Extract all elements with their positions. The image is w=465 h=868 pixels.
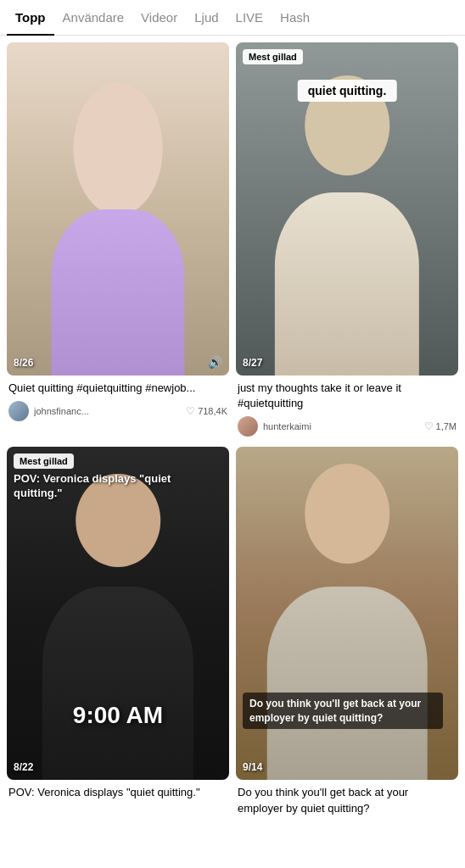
thumbnail-3: Mest gillad POV: Veronica displays "quie… [7,447,229,780]
thumbnail-4: Do you think you'll get back at your emp… [236,447,458,780]
search-tabs: Topp Användare Videor Ljud LIVE Hash [0,0,465,36]
video-meta-1: johnsfinanc... ♡ 718,4K [8,401,227,421]
likes-count-2: 1,7M [436,421,457,431]
video-date-1: 8/26 [14,357,33,369]
likes-1: ♡ 718,4K [186,405,227,417]
video-date-4: 9/14 [243,761,262,773]
video-info-3: POV: Veronica displays "quiet quitting." [7,780,229,809]
username-1: johnsfinanc... [34,406,181,416]
video-date-3: 8/22 [14,761,33,773]
video-card-3[interactable]: Mest gillad POV: Veronica displays "quie… [7,447,229,824]
tab-topp[interactable]: Topp [7,0,54,35]
sound-icon-1: 🔊 [208,355,222,369]
avatar-1 [8,401,29,421]
video-date-2: 8/27 [243,357,262,369]
most-liked-badge-3: Mest gillad [14,453,74,469]
video-card-2[interactable]: Mest gillad quiet quitting. 8/27 just my… [236,42,458,440]
video-title-2: just my thoughts take it or leave it #qu… [238,381,457,411]
video-meta-2: hunterkaimi ♡ 1,7M [238,416,457,437]
avatar-2 [238,416,258,437]
video-info-1: Quiet quitting #quietquitting #newjob...… [7,376,229,425]
tab-ljud[interactable]: Ljud [186,0,227,35]
likes-count-1: 718,4K [198,406,227,416]
thumbnail-1: 8/26 🔊 [7,42,229,376]
most-liked-badge-2: Mest gillad [243,49,303,64]
video-info-4: Do you think you'll get back at your emp… [236,780,458,824]
video-card-4[interactable]: Do you think you'll get back at your emp… [236,447,458,824]
video-title-3: POV: Veronica displays "quiet quitting." [8,785,227,800]
heart-icon-2: ♡ [424,420,434,432]
do-you-overlay-text: Do you think you'll get back at your emp… [243,693,443,730]
video-title-4: Do you think you'll get back at your emp… [238,785,457,815]
tab-videor[interactable]: Videor [132,0,186,35]
video-title-1: Quiet quitting #quietquitting #newjob... [8,381,227,396]
thumbnail-2: Mest gillad quiet quitting. 8/27 [236,42,458,376]
video-grid: 8/26 🔊 Quiet quitting #quietquitting #ne… [0,36,465,832]
tab-anvandare[interactable]: Användare [54,0,133,35]
overlay-text-2: quiet quitting. [298,80,397,102]
pov-overlay-text: POV: Veronica displays "quiet quitting." [14,472,214,501]
likes-2: ♡ 1,7M [424,420,457,432]
video-card-1[interactable]: 8/26 🔊 Quiet quitting #quietquitting #ne… [7,42,229,440]
username-2: hunterkaimi [263,421,419,431]
tab-hash[interactable]: Hash [272,0,318,35]
tab-live[interactable]: LIVE [227,0,272,35]
video-info-2: just my thoughts take it or leave it #qu… [236,376,458,440]
time-overlay: 9:00 AM [73,702,163,729]
heart-icon-1: ♡ [186,405,195,417]
